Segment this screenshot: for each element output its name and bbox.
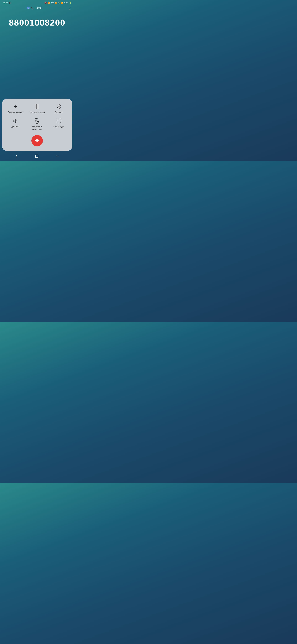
add-call-label: Добавить вызов [8,111,23,114]
svg-point-13 [60,122,61,123]
add-call-button[interactable]: + Добавить вызов [5,104,25,114]
svg-rect-14 [35,155,38,158]
end-call-button[interactable] [31,135,43,146]
hold-icon [36,104,38,110]
add-call-icon: + [14,104,17,110]
hold-label: Удержать вызов [29,111,44,114]
home-button[interactable] [35,154,38,158]
svg-point-8 [57,120,57,121]
svg-point-6 [58,119,59,120]
bluetooth-icon [56,104,61,110]
lte2-icon: Vo) [58,2,60,4]
svg-point-7 [60,119,61,120]
bluetooth-label: Bluetooth [55,111,63,114]
controls-grid: + Добавить вызов Удержать вызов Bluetoot… [5,104,69,131]
controls-panel: + Добавить вызов Удержать вызов Bluetoot… [2,99,72,151]
keypad-icon [56,118,61,124]
keypad-button[interactable]: Клавиатура [49,118,69,131]
time-display: 15:38 [3,2,8,4]
mute-mic-button[interactable]: Выключить микрофон [27,118,47,131]
mute-label: Выключить микрофон [27,126,47,131]
end-call-icon [34,138,40,143]
mute-icon: 🔇 [44,2,47,4]
keypad-label: Клавиатура [53,126,64,128]
call-timer: 20:08 [36,6,42,10]
speaker-button[interactable]: Динамик [5,118,25,131]
svg-point-10 [60,120,61,121]
bluetooth-button[interactable]: Bluetooth [49,104,69,114]
sim-icon: 📱 [9,2,11,4]
speaker-icon [12,118,18,124]
end-call-row [5,135,69,146]
svg-point-9 [58,120,59,121]
phone-number-area: 88001008200 [0,11,74,99]
svg-point-5 [57,119,57,120]
svg-marker-0 [13,119,16,123]
phone-icon: 📞 [31,7,34,10]
svg-point-12 [58,122,59,123]
status-bar: 15:38 📱 🔇 📶 Vo) 📶 Vo) 📶 43% 🔋 [0,0,74,5]
battery-display: 43% [64,2,68,4]
svg-point-11 [57,122,57,123]
call-bar-inner: 1 📞 20:08 [3,6,66,10]
signal2-icon: 📶 [61,2,63,4]
mute-mic-icon [35,118,39,124]
back-button[interactable] [15,155,18,158]
nav-bar [0,152,74,161]
call-menu-dots[interactable]: ⋮ [68,6,71,10]
wifi-icon: 📶 [48,2,50,4]
lte1-icon: Vo) [51,2,53,4]
battery-icon: 🔋 [69,2,71,4]
status-right: 🔇 📶 Vo) 📶 Vo) 📶 43% 🔋 [44,2,71,4]
sim-badge: 1 [27,7,29,9]
hold-button[interactable]: Удержать вызов [27,104,47,114]
signal1-icon: 📶 [55,2,57,4]
phone-number: 88001008200 [9,18,65,28]
recents-button[interactable] [56,155,59,158]
call-bar: 1 📞 20:08 ⋮ [0,5,74,11]
speaker-label: Динамик [11,126,19,128]
status-left: 15:38 📱 [3,2,11,4]
